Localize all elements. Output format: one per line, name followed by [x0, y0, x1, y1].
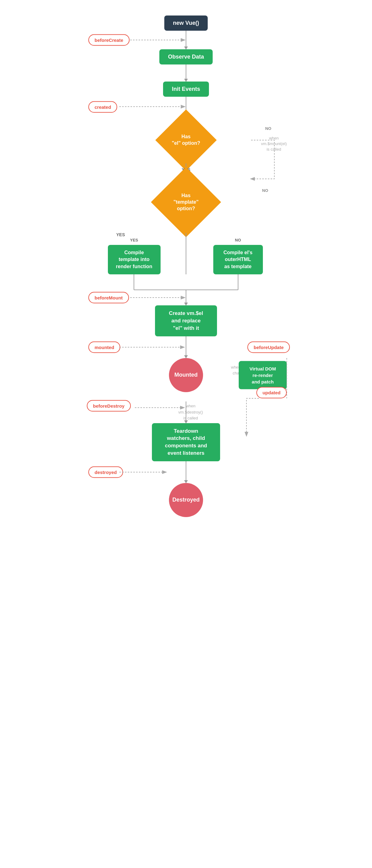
new-vue-row: new Vue()	[82, 16, 290, 31]
no-label-el: NO	[266, 126, 272, 131]
observe-data-box: Observe Data	[159, 49, 213, 64]
compile-template-box: Compile template intorender function	[108, 245, 161, 274]
observe-data-row: Observe Data	[82, 49, 290, 64]
vm-mount-label: whenvm.$mount(el)is called	[261, 135, 287, 153]
teardown-row: Teardownwatchers, childcomponents andeve…	[82, 423, 290, 461]
when-destroy-label: whenvm.$destroy()is called	[178, 403, 203, 421]
updated-hook: updated	[256, 387, 287, 398]
has-el-diamond: Has"el" option?	[155, 110, 217, 171]
teardown-box: Teardownwatchers, childcomponents andeve…	[152, 423, 220, 461]
before-update-hook: beforeUpdate	[247, 341, 290, 353]
before-create-hook: beforeCreate	[88, 34, 130, 46]
new-vue-box: new Vue()	[164, 16, 208, 31]
init-events-row: Init Events	[82, 82, 290, 97]
has-el-row: Has"el" option? NO whenvm.$mount(el)is c…	[82, 117, 290, 163]
init-events-box: Init Events	[163, 82, 209, 97]
mounted-hook: mounted	[88, 341, 120, 353]
before-mount-hook: beforeMount	[88, 292, 129, 304]
create-vm-el-row: Create vm.$eland replace"el" with it	[82, 305, 290, 336]
virtual-dom-box: Virtual DOMre-renderand patch	[239, 361, 287, 389]
compile-el-box: Compile el'souterHTMLas template	[213, 245, 263, 274]
destroyed-circle: Destroyed	[169, 483, 203, 517]
no-label-right: NO	[235, 238, 241, 242]
before-destroy-hook: beforeDestroy	[87, 400, 131, 411]
destroyed-circle-row: Destroyed	[82, 483, 290, 517]
new-vue-label: new Vue()	[173, 20, 199, 26]
mounted-circle: Mounted	[169, 358, 203, 392]
has-template-row: Has"template"option? NO YES	[82, 176, 290, 228]
create-vm-el-box: Create vm.$eland replace"el" with it	[155, 305, 217, 336]
has-template-diamond: Has"template"option?	[151, 167, 221, 237]
no-label-template: NO	[262, 188, 269, 193]
destroyed-hook: destroyed	[88, 466, 123, 478]
yes-label-left: YES	[130, 238, 138, 242]
created-hook: created	[88, 101, 117, 113]
lifecycle-diagram: new Vue() beforeCreate Observe Data Ini	[82, 0, 290, 548]
